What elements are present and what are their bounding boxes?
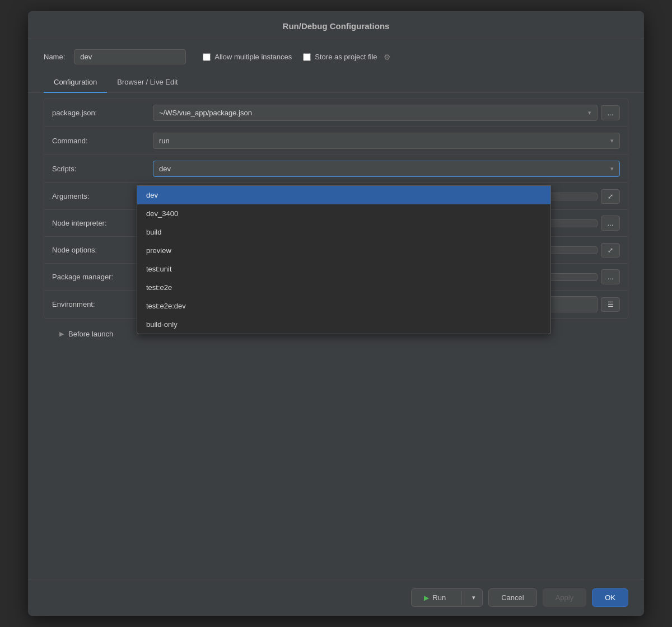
run-button[interactable]: ▶ Run xyxy=(412,589,458,606)
command-select[interactable]: run ▾ xyxy=(153,133,620,149)
dropdown-item-test-e2e-dev[interactable]: test:e2e:dev xyxy=(137,297,550,315)
scripts-select[interactable]: dev ▾ xyxy=(153,161,620,177)
ok-button[interactable]: OK xyxy=(592,588,628,607)
node-interpreter-dots-button[interactable]: ... xyxy=(601,216,620,231)
allow-multiple-checkbox[interactable] xyxy=(203,53,211,61)
run-label: Run xyxy=(432,593,446,602)
package-json-control: ~/WS/vue_app/package.json ▾ ... xyxy=(153,105,620,121)
scripts-arrow: ▾ xyxy=(610,165,614,172)
gear-icon[interactable]: ⚙ xyxy=(384,53,391,62)
environment-env-button[interactable]: ☰ xyxy=(601,297,620,312)
dialog-title: Run/Debug Configurations xyxy=(28,11,644,39)
dropdown-item-preview[interactable]: preview xyxy=(137,241,550,260)
scripts-value: dev xyxy=(159,165,171,173)
store-project-label: Store as project file xyxy=(315,53,377,61)
scripts-control: dev ▾ xyxy=(153,161,620,177)
before-launch-chevron: ▶ xyxy=(59,330,64,338)
command-arrow: ▾ xyxy=(610,137,614,144)
before-launch-label: Before launch xyxy=(68,330,113,338)
store-project-checkbox[interactable] xyxy=(303,53,311,61)
run-button-group: ▶ Run ▾ xyxy=(411,588,483,607)
dropdown-item-build-only[interactable]: build-only xyxy=(137,315,550,334)
name-row: Name: Allow multiple instances Store as … xyxy=(28,39,644,72)
play-icon: ▶ xyxy=(424,594,429,602)
dropdown-item-test-unit[interactable]: test:unit xyxy=(137,260,550,278)
allow-multiple-checkbox-item[interactable]: Allow multiple instances xyxy=(203,53,292,61)
package-json-select[interactable]: ~/WS/vue_app/package.json ▾ xyxy=(153,105,598,121)
name-label: Name: xyxy=(44,53,65,61)
apply-button[interactable]: Apply xyxy=(543,588,587,607)
scripts-label: Scripts: xyxy=(52,165,153,173)
scripts-row: Scripts: dev ▾ xyxy=(44,155,628,183)
node-options-expand-button[interactable]: ⤢ xyxy=(601,243,620,258)
name-input[interactable] xyxy=(74,49,186,64)
command-value: run xyxy=(159,137,170,145)
package-manager-dots-button[interactable]: ... xyxy=(601,269,620,284)
tab-browser-live-edit[interactable]: Browser / Live Edit xyxy=(107,72,188,93)
dropdown-item-test-e2e[interactable]: test:e2e xyxy=(137,278,550,297)
dropdown-item-dev-3400[interactable]: dev_3400 xyxy=(137,204,550,223)
run-debug-dialog: Run/Debug Configurations Name: Allow mul… xyxy=(28,11,644,616)
footer: ▶ Run ▾ Cancel Apply OK xyxy=(28,579,644,616)
command-control: run ▾ xyxy=(153,133,620,149)
command-row: Command: run ▾ xyxy=(44,127,628,155)
package-json-dots-button[interactable]: ... xyxy=(601,105,620,120)
cancel-button[interactable]: Cancel xyxy=(488,588,536,607)
package-json-row: package.json: ~/WS/vue_app/package.json … xyxy=(44,99,628,127)
checkbox-group: Allow multiple instances Store as projec… xyxy=(203,53,390,62)
dropdown-item-build[interactable]: build xyxy=(137,223,550,241)
tab-configuration[interactable]: Configuration xyxy=(44,72,107,93)
run-divider xyxy=(461,591,462,605)
package-json-value: ~/WS/vue_app/package.json xyxy=(159,109,252,117)
allow-multiple-label: Allow multiple instances xyxy=(214,53,292,61)
dropdown-item-dev[interactable]: dev xyxy=(137,186,550,204)
tabs: Configuration Browser / Live Edit xyxy=(28,72,644,93)
content-area: package.json: ~/WS/vue_app/package.json … xyxy=(28,93,644,579)
run-dropdown-button[interactable]: ▾ xyxy=(465,594,482,601)
command-label: Command: xyxy=(52,137,153,145)
package-json-label: package.json: xyxy=(52,109,153,117)
package-json-arrow: ▾ xyxy=(588,109,591,116)
store-project-checkbox-item[interactable]: Store as project file ⚙ xyxy=(303,53,390,62)
scripts-dropdown: dev dev_3400 build preview test:unit tes… xyxy=(137,185,551,334)
arguments-expand-button[interactable]: ⤢ xyxy=(601,189,620,204)
